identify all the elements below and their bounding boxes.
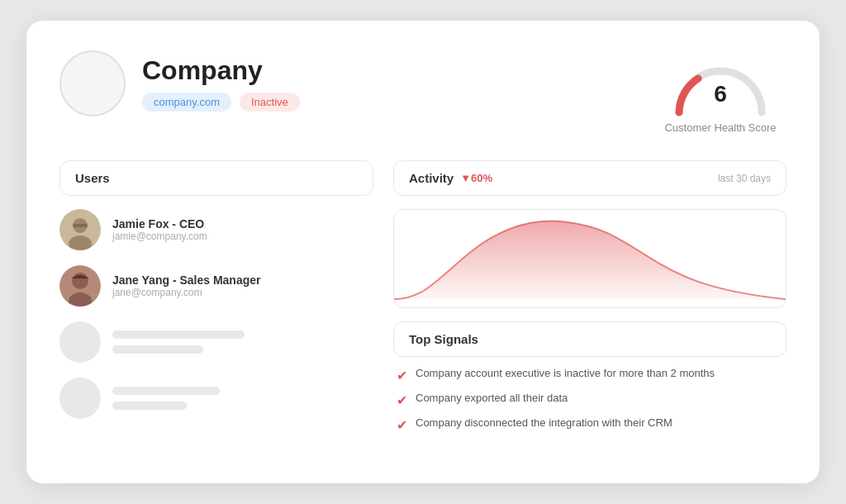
placeholder-line-2a: [112, 387, 220, 395]
activity-title-group: Activity ▼60%: [409, 171, 492, 185]
users-panel-header: Users: [59, 160, 373, 196]
placeholder-line-1a: [112, 330, 245, 339]
signal-item-1: ✔ Company account executive is inactive …: [393, 367, 787, 383]
main-card: Company company.com Inactive 6 Customer …: [26, 21, 820, 483]
user-avatar-jamie: [59, 209, 101, 250]
placeholder-avatar-1: [59, 321, 101, 363]
user-info-jane: Jane Yang - Sales Manager jane@company.c…: [112, 273, 261, 298]
user-item-1: Jamie Fox - CEO jamie@company.com: [59, 209, 373, 250]
activity-panel: Activity ▼60% last 30 days: [393, 160, 787, 441]
user-name-jane: Jane Yang - Sales Manager: [112, 273, 261, 287]
activity-drop-indicator: ▼60%: [460, 172, 492, 184]
placeholder-line-2b: [112, 402, 187, 410]
health-score-number: 6: [714, 81, 727, 107]
jamie-avatar-svg: [59, 209, 101, 250]
placeholder-item-1: [59, 321, 373, 363]
signal-text-2: Company exported all their data: [416, 392, 568, 404]
company-info: Company company.com Inactive: [59, 50, 300, 116]
signal-item-2: ✔ Company exported all their data: [393, 392, 787, 408]
signal-check-2: ✔: [397, 392, 407, 408]
company-name: Company: [142, 55, 300, 86]
signals-header: Top Signals: [393, 321, 787, 357]
placeholder-item-2: [59, 378, 373, 419]
activity-chart-svg: [394, 210, 786, 307]
main-content: Users Jamie Fox - CEO jamie@company.com: [59, 160, 787, 441]
signal-item-3: ✔ Company disconnected the integration w…: [393, 416, 787, 433]
header: Company company.com Inactive 6 Customer …: [59, 50, 787, 134]
signal-check-1: ✔: [397, 368, 407, 383]
user-item-2: Jane Yang - Sales Manager jane@company.c…: [59, 265, 373, 307]
company-avatar: [59, 50, 126, 116]
user-avatar-jane: [59, 265, 101, 307]
user-name-jamie: Jamie Fox - CEO: [112, 217, 207, 231]
health-score-widget: 6 Customer Health Score: [654, 50, 787, 134]
jane-avatar-svg: [59, 265, 101, 307]
signal-text-1: Company account executive is inactive fo…: [416, 367, 715, 379]
company-text: Company company.com Inactive: [142, 55, 300, 112]
placeholder-line-1b: [112, 345, 203, 354]
signal-check-3: ✔: [397, 417, 407, 433]
user-info-jamie: Jamie Fox - CEO jamie@company.com: [112, 217, 207, 242]
health-score-label: Customer Health Score: [664, 121, 776, 134]
activity-chart: [393, 209, 787, 308]
placeholder-avatar-2: [59, 378, 101, 419]
url-badge: company.com: [142, 93, 231, 112]
user-email-jane: jane@company.com: [112, 287, 261, 298]
placeholder-lines-2: [112, 387, 220, 410]
users-panel: Users Jamie Fox - CEO jamie@company.com: [59, 160, 373, 441]
svg-rect-3: [73, 224, 88, 227]
activity-period: last 30 days: [718, 173, 771, 184]
gauge-container: 6: [667, 50, 774, 116]
badges: company.com Inactive: [142, 93, 300, 112]
activity-title: Activity: [409, 171, 454, 185]
signal-text-3: Company disconnected the integration wit…: [416, 416, 673, 429]
status-badge: Inactive: [240, 93, 300, 112]
user-email-jamie: jamie@company.com: [112, 231, 207, 242]
activity-header: Activity ▼60% last 30 days: [393, 160, 787, 196]
placeholder-lines-1: [112, 330, 245, 354]
